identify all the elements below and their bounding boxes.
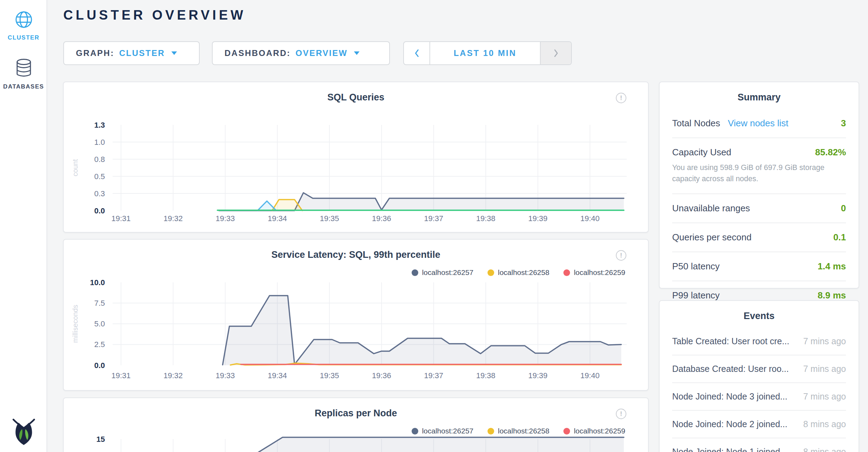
cockroachdb-logo[interactable] <box>0 417 47 446</box>
event-row[interactable]: Table Created: User root cre...7 mins ag… <box>672 328 846 355</box>
cluster-overview-page: CLUSTER DATABASES CLUSTER OVERVIEW <box>0 0 868 452</box>
x-axis-tick: 19:38 <box>476 214 495 223</box>
x-axis-tick: 19:32 <box>163 214 183 223</box>
service-latency-chart[interactable]: 10.07.55.02.50.019:3119:3219:3319:3419:3… <box>64 240 649 391</box>
summary-row: Capacity Used85.82%You are using 598.9 G… <box>672 138 846 194</box>
graph-dropdown-label: GRAPH: <box>76 48 114 58</box>
graph-dropdown-value: CLUSTER <box>119 48 165 58</box>
graph-dropdown[interactable]: GRAPH: CLUSTER <box>63 41 200 65</box>
y-axis-tick: 15 <box>97 435 105 444</box>
summary-panel: Summary Total NodesView nodes list3Capac… <box>659 82 859 289</box>
summary-row: Queries per second0.1 <box>672 223 846 252</box>
x-axis-tick: 19:32 <box>163 371 183 380</box>
event-row[interactable]: Database Created: User roo...7 mins ago <box>672 355 846 383</box>
replicas-per-node-card: Replicas per Node localhost:26257localho… <box>63 397 649 452</box>
summary-row: Total NodesView nodes list3 <box>672 109 846 138</box>
event-row[interactable]: Node Joined: Node 2 joined...8 mins ago <box>672 411 846 438</box>
x-axis-tick: 19:36 <box>372 371 391 380</box>
sidebar-item-cluster[interactable]: CLUSTER <box>0 10 47 41</box>
globe-icon <box>14 24 34 30</box>
series-queries-blue-area <box>257 201 276 211</box>
y-axis-tick: 5.0 <box>94 319 105 328</box>
sidebar-item-databases[interactable]: DATABASES <box>0 58 47 90</box>
service-latency-card: Service Latency: SQL, 99th percentile lo… <box>63 239 649 391</box>
dashboard-dropdown-value: OVERVIEW <box>296 48 348 58</box>
y-axis-unit-label: milliseconds <box>71 305 79 343</box>
x-axis-tick: 19:33 <box>215 371 235 380</box>
time-window-selector: LAST 10 MIN <box>403 41 572 65</box>
x-axis-tick: 19:39 <box>528 371 547 380</box>
event-time: 7 mins ago <box>803 391 846 402</box>
view-nodes-link[interactable]: View nodes list <box>728 118 788 129</box>
events-title: Events <box>660 301 859 322</box>
sidebar-item-label: CLUSTER <box>0 34 47 41</box>
summary-row-value: 3 <box>841 118 846 129</box>
x-axis-tick: 19:37 <box>424 214 443 223</box>
event-time: 8 mins ago <box>803 447 846 452</box>
time-next-button[interactable] <box>540 42 571 64</box>
time-prev-button[interactable] <box>404 42 430 64</box>
x-axis-tick: 19:38 <box>476 371 495 380</box>
event-row[interactable]: Node Joined: Node 3 joined...7 mins ago <box>672 383 846 411</box>
series-localhost:26257-area <box>223 296 621 365</box>
summary-row: P50 latency1.4 ms <box>672 252 846 281</box>
y-axis-tick: 0.0 <box>94 361 105 370</box>
replicas-per-node-chart[interactable]: 1513 <box>64 398 649 452</box>
time-window-label[interactable]: LAST 10 MIN <box>430 42 540 64</box>
summary-row-label: Total Nodes <box>672 118 720 129</box>
x-axis-tick: 19:37 <box>424 371 443 380</box>
x-axis-tick: 19:40 <box>580 214 599 223</box>
y-axis-tick: 1.3 <box>94 121 105 129</box>
x-axis-tick: 19:35 <box>320 371 339 380</box>
x-axis-tick: 19:31 <box>111 371 130 380</box>
event-text: Node Joined: Node 3 joined... <box>672 391 797 402</box>
sidebar: CLUSTER DATABASES <box>0 0 47 452</box>
y-axis-tick: 0.0 <box>94 206 105 215</box>
y-axis-tick: 7.5 <box>94 299 105 308</box>
series-localhost:26257-area <box>241 437 624 452</box>
summary-row-label: Capacity Used <box>672 147 731 158</box>
event-text: Node Joined: Node 2 joined... <box>672 419 797 429</box>
summary-row-value: 1.4 ms <box>818 261 846 272</box>
x-axis-tick: 19:34 <box>268 371 287 380</box>
database-icon <box>15 73 33 79</box>
summary-row-value: 8.9 ms <box>818 290 846 301</box>
sidebar-item-label: DATABASES <box>0 83 47 90</box>
events-panel: Events Table Created: User root cre...7 … <box>659 300 859 452</box>
event-rows: Table Created: User root cre...7 mins ag… <box>660 328 859 452</box>
x-axis-tick: 19:40 <box>580 371 599 380</box>
dashboard-dropdown-label: DASHBOARD: <box>225 48 291 58</box>
event-time: 8 mins ago <box>803 419 846 429</box>
event-row[interactable]: Node Joined: Node 1 joined...8 mins ago <box>672 438 846 452</box>
x-axis-tick: 19:35 <box>320 214 339 223</box>
dashboard-dropdown[interactable]: DASHBOARD: OVERVIEW <box>212 41 390 65</box>
event-text: Node Joined: Node 1 joined... <box>672 447 797 452</box>
time-window-text: LAST 10 MIN <box>454 48 517 58</box>
summary-row-value: 0.1 <box>833 232 846 243</box>
chevron-down-icon <box>354 51 360 55</box>
x-axis-tick: 19:39 <box>528 214 547 223</box>
sql-queries-chart[interactable]: 1.31.00.80.50.30.019:3119:3219:3319:3419… <box>64 82 649 233</box>
summary-title: Summary <box>660 82 859 103</box>
event-time: 7 mins ago <box>803 364 846 374</box>
sql-queries-card: SQL Queries 1.31.00.80.50.30.019:3119:32… <box>63 82 649 233</box>
y-axis-tick: 0.3 <box>94 189 105 198</box>
summary-row: Unavailable ranges0 <box>672 194 846 223</box>
y-axis-tick: 2.5 <box>94 340 105 349</box>
y-axis-tick: 1.0 <box>94 138 105 147</box>
summary-row-label: P50 latency <box>672 261 720 272</box>
x-axis-tick: 19:33 <box>215 214 235 223</box>
x-axis-tick: 19:31 <box>111 214 130 223</box>
page-title: CLUSTER OVERVIEW <box>63 8 246 23</box>
chevron-left-icon <box>414 48 420 58</box>
event-text: Table Created: User root cre... <box>672 336 797 346</box>
summary-row-label: Queries per second <box>672 232 752 243</box>
summary-row-label: P99 latency <box>672 290 720 301</box>
y-axis-unit-label: count <box>71 159 79 176</box>
summary-row-value: 0 <box>841 203 846 214</box>
x-axis-tick: 19:34 <box>268 214 287 223</box>
event-text: Database Created: User roo... <box>672 364 797 374</box>
capacity-note: You are using 598.9 GiB of 697.9 GiB sto… <box>672 162 846 185</box>
summary-row-label: Unavailable ranges <box>672 203 750 214</box>
y-axis-tick: 0.8 <box>94 155 105 164</box>
